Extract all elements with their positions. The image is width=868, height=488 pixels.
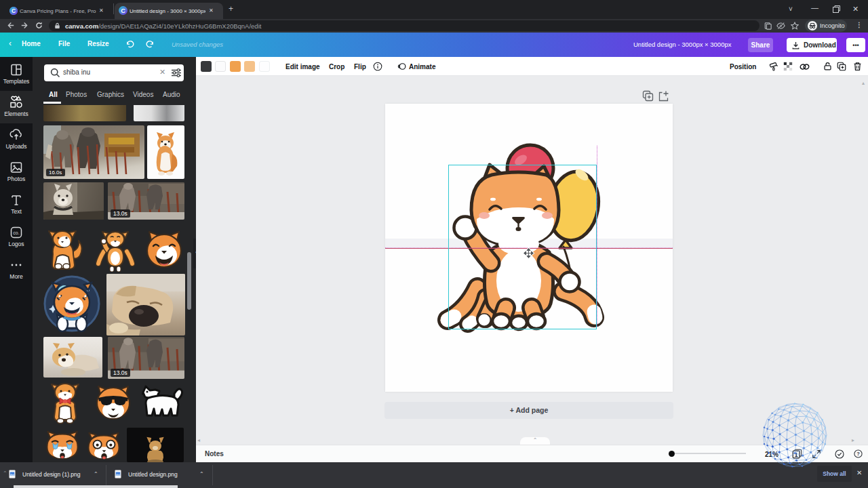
svg-text:co.: co. (13, 230, 19, 235)
svg-text:C: C (12, 7, 16, 14)
svg-text:?: ? (856, 451, 860, 457)
svg-text:C: C (121, 7, 125, 14)
